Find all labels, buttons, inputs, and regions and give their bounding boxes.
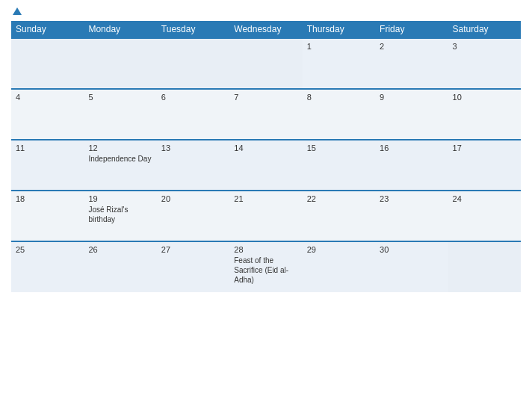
calendar-day-cell: 3	[448, 38, 521, 89]
calendar-body: 123456789101112Independence Day131415161…	[11, 38, 521, 292]
calendar-day-cell: 15	[303, 140, 375, 191]
day-number: 3	[453, 42, 516, 51]
day-number: 6	[161, 93, 225, 102]
calendar-day-cell	[84, 38, 156, 89]
weekday-header-friday: Friday	[375, 21, 448, 38]
day-number: 4	[16, 93, 79, 102]
calendar-day-cell: 7	[229, 89, 302, 140]
calendar-day-cell: 14	[229, 140, 302, 191]
calendar-day-cell	[11, 38, 84, 89]
calendar-day-cell: 2	[375, 38, 448, 89]
calendar-day-cell: 27	[157, 241, 229, 292]
calendar-day-cell: 9	[375, 89, 448, 140]
calendar-week-row: 1819José Rizal's birthday2021222324	[11, 191, 521, 241]
day-number: 14	[234, 143, 297, 152]
calendar-day-cell	[448, 241, 521, 292]
weekday-header-monday: Monday	[84, 21, 156, 38]
calendar-day-cell: 4	[11, 89, 84, 140]
calendar-day-cell: 23	[375, 191, 448, 241]
day-number: 1	[307, 42, 371, 51]
calendar-page: SundayMondayTuesdayWednesdayThursdayFrid…	[0, 0, 532, 411]
day-number: 2	[380, 42, 443, 51]
day-event: Feast of the Sacrifice (Eid al-Adha)	[234, 256, 297, 285]
day-number: 9	[380, 93, 443, 102]
day-event: Independence Day	[88, 154, 152, 164]
weekday-header-thursday: Thursday	[303, 21, 375, 38]
calendar-week-row: 1112Independence Day1314151617	[11, 140, 521, 191]
calendar-day-cell: 1	[303, 38, 375, 89]
calendar-day-cell: 10	[448, 89, 521, 140]
page-header	[11, 7, 521, 15]
day-number: 10	[453, 93, 516, 102]
calendar-day-cell	[157, 38, 229, 89]
day-number: 19	[88, 194, 152, 203]
weekday-header-wednesday: Wednesday	[229, 21, 302, 38]
day-number: 17	[453, 143, 516, 152]
calendar-day-cell: 28Feast of the Sacrifice (Eid al-Adha)	[229, 241, 302, 292]
day-number: 12	[88, 143, 152, 152]
calendar-day-cell: 8	[303, 89, 375, 140]
day-number: 11	[16, 143, 79, 152]
calendar-day-cell: 6	[157, 89, 229, 140]
day-number: 16	[380, 143, 443, 152]
day-number: 27	[161, 245, 225, 254]
logo	[11, 7, 22, 15]
calendar-day-cell: 21	[229, 191, 302, 241]
day-event: José Rizal's birthday	[88, 205, 152, 224]
day-number: 23	[380, 194, 443, 203]
calendar-day-cell: 22	[303, 191, 375, 241]
weekday-header-row: SundayMondayTuesdayWednesdayThursdayFrid…	[11, 21, 521, 38]
calendar-week-row: 45678910	[11, 89, 521, 140]
calendar-day-cell: 12Independence Day	[84, 140, 156, 191]
weekday-header-tuesday: Tuesday	[157, 21, 229, 38]
day-number: 21	[234, 194, 297, 203]
day-number: 30	[380, 245, 443, 254]
day-number: 8	[307, 93, 371, 102]
day-number: 28	[234, 245, 297, 254]
calendar-day-cell: 24	[448, 191, 521, 241]
calendar-day-cell: 16	[375, 140, 448, 191]
calendar-day-cell: 26	[84, 241, 156, 292]
calendar-day-cell: 25	[11, 241, 84, 292]
calendar-day-cell: 30	[375, 241, 448, 292]
calendar-day-cell: 19José Rizal's birthday	[84, 191, 156, 241]
calendar-day-cell	[229, 38, 302, 89]
calendar-week-row: 123	[11, 38, 521, 89]
day-number: 22	[307, 194, 371, 203]
calendar-day-cell: 20	[157, 191, 229, 241]
calendar-day-cell: 29	[303, 241, 375, 292]
weekday-header-sunday: Sunday	[11, 21, 84, 38]
day-number: 26	[88, 245, 152, 254]
calendar-day-cell: 5	[84, 89, 156, 140]
day-number: 13	[161, 143, 225, 152]
calendar-week-row: 25262728Feast of the Sacrifice (Eid al-A…	[11, 241, 521, 292]
calendar-day-cell: 17	[448, 140, 521, 191]
day-number: 24	[453, 194, 516, 203]
day-number: 5	[88, 93, 152, 102]
calendar-day-cell: 13	[157, 140, 229, 191]
calendar-table: SundayMondayTuesdayWednesdayThursdayFrid…	[11, 21, 521, 292]
day-number: 15	[307, 143, 371, 152]
day-number: 29	[307, 245, 371, 254]
day-number: 7	[234, 93, 297, 102]
calendar-day-cell: 18	[11, 191, 84, 241]
day-number: 20	[161, 194, 225, 203]
day-number: 18	[16, 194, 79, 203]
weekday-header-saturday: Saturday	[448, 21, 521, 38]
calendar-header: SundayMondayTuesdayWednesdayThursdayFrid…	[11, 21, 521, 38]
logo-triangle-icon	[13, 7, 22, 15]
day-number: 25	[16, 245, 79, 254]
calendar-day-cell: 11	[11, 140, 84, 191]
